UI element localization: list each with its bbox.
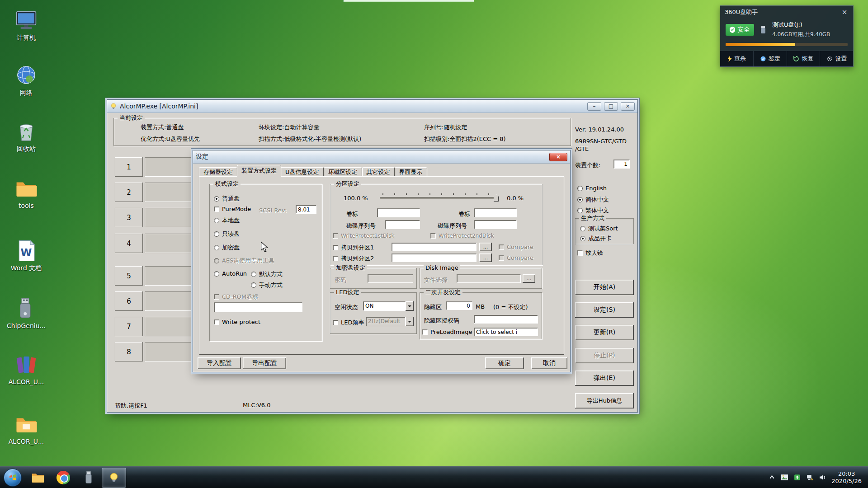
scsi-rev-field[interactable]: 8.01	[296, 205, 316, 214]
dialog-close-button[interactable]: ×	[549, 153, 567, 161]
cdrom-volume-field[interactable]	[214, 302, 302, 312]
tray-photo-icon[interactable]	[781, 474, 788, 481]
taskbar-chrome-button[interactable]	[51, 468, 75, 488]
production-option-finished[interactable]: 成品开卡	[580, 235, 612, 243]
desktop-icon-alcor-rar[interactable]: ALCOR_U...	[4, 352, 49, 386]
desktop-icon-alcor-folder[interactable]: ALCOR_U...	[4, 412, 49, 446]
led-frequency-checkbox[interactable]	[333, 320, 338, 325]
autorun-default-option[interactable]: 默认方式	[251, 270, 283, 278]
copy-partition1-checkbox[interactable]	[333, 245, 338, 250]
minimize-button[interactable]: –	[587, 102, 601, 111]
slider-thumb[interactable]	[494, 194, 499, 202]
mode-option-encrypted[interactable]: 加密盘	[214, 244, 240, 252]
puremode-checkbox[interactable]	[214, 206, 219, 212]
import-config-button[interactable]: 导入配置	[198, 357, 241, 369]
language-option-english[interactable]: English	[577, 185, 607, 192]
browse-image-button[interactable]: ...	[523, 274, 535, 283]
partition-slider[interactable]	[380, 192, 499, 202]
radio-autorun-manual[interactable]	[251, 282, 256, 288]
start-button[interactable]	[4, 469, 22, 487]
radio-english[interactable]	[577, 186, 583, 191]
browse-partition1-button[interactable]: ...	[479, 243, 492, 251]
taskbar-alcormp-button[interactable]	[102, 468, 126, 488]
copy-partition2-checkbox[interactable]	[333, 256, 338, 261]
disk-serial-field-1[interactable]	[385, 220, 420, 229]
tray-volume-icon[interactable]	[819, 474, 826, 481]
export-config-button[interactable]: 导出配置	[243, 357, 286, 369]
copy-partition2-path-field[interactable]	[392, 253, 476, 262]
mode-option-puremode[interactable]: PureMode	[214, 206, 251, 212]
radio-local-disk[interactable]	[214, 218, 219, 223]
write-protect-checkbox[interactable]	[214, 319, 219, 325]
mode-option-local[interactable]: 本地盘	[214, 216, 240, 225]
autorun-manual-option[interactable]: 手动方式	[251, 281, 283, 289]
production-option-sort[interactable]: 测试架Sort	[580, 225, 618, 233]
copy-to-partition1-option[interactable]: 拷贝到分区1	[333, 244, 374, 252]
close-button[interactable]: ×	[621, 102, 635, 111]
tray-usb-eject-icon[interactable]	[793, 474, 801, 481]
eject-button[interactable]: 弹出(E)	[575, 371, 634, 386]
desktop-icon-computer[interactable]: 计算机	[4, 8, 49, 42]
taskbar-usb-tool-button[interactable]	[76, 468, 101, 488]
radio-autorun[interactable]	[214, 271, 219, 277]
radio-finished-card[interactable]	[580, 236, 585, 241]
start-button[interactable]: 开始(A)	[575, 280, 634, 295]
radio-encrypted-disk[interactable]	[214, 245, 219, 250]
tab-other-settings[interactable]: 其它设定	[362, 167, 395, 177]
identify-button[interactable]: 鉴定	[754, 51, 787, 66]
dialog-titlebar[interactable]: 设定 ×	[193, 150, 570, 164]
preload-image-option[interactable]: PreLoadImage	[422, 328, 472, 335]
desktop-icon-tools[interactable]: tools	[4, 176, 49, 210]
main-window-titlebar[interactable]: AlcorMP.exe [AlcorMP.ini] – □ ×	[107, 100, 637, 113]
radio-autorun-default[interactable]	[251, 272, 256, 277]
desktop-icon-word-doc[interactable]: W Word 文档	[4, 239, 49, 272]
hidden-window-edge[interactable]	[343, 0, 474, 2]
volume-field-1[interactable]	[377, 208, 420, 217]
mode-option-autorun[interactable]: AutoRun	[214, 270, 247, 277]
tab-device-mode-settings[interactable]: 装置方式设定	[237, 165, 281, 177]
export-hub-button[interactable]: 导出Hub信息	[575, 393, 634, 408]
hidden-area-field[interactable]: 0	[446, 301, 472, 310]
language-option-simplified[interactable]: 简体中文	[577, 196, 609, 204]
preload-image-field[interactable]: Click to select i	[474, 328, 538, 336]
desktop-icon-chipgenius[interactable]: ChipGeniu...	[4, 296, 49, 330]
settings-gear-button[interactable]: 设置	[820, 51, 853, 66]
volume-field-2[interactable]	[474, 208, 517, 217]
copy-partition1-path-field[interactable]	[392, 243, 476, 251]
radio-normal-disk[interactable]	[214, 196, 219, 202]
tab-storage-settings[interactable]: 存储器设定	[199, 167, 237, 177]
radio-traditional-chinese[interactable]	[577, 208, 583, 213]
ok-button[interactable]: 确定	[485, 357, 524, 369]
led-frequency-option[interactable]: LED频率	[333, 319, 364, 327]
preload-image-checkbox[interactable]	[422, 329, 428, 335]
browse-partition2-button[interactable]: ...	[479, 253, 492, 262]
device-count-field[interactable]: 1	[613, 160, 630, 169]
language-option-traditional[interactable]: 繁体中文	[577, 206, 609, 215]
tray-network-icon[interactable]	[806, 474, 814, 481]
tab-ui-display[interactable]: 界面显示	[395, 167, 427, 177]
radio-test-sort[interactable]	[580, 226, 585, 231]
hidden-icons-arrow[interactable]	[768, 474, 776, 481]
usb-assistant-close-icon[interactable]: ×	[840, 8, 849, 16]
disk-serial-field-2[interactable]	[474, 220, 517, 229]
scan-button[interactable]: 查杀	[720, 51, 754, 66]
settings-button[interactable]: 设定(S)	[575, 302, 634, 318]
restore-button[interactable]: 恢复	[787, 51, 821, 66]
maximize-button[interactable]: □	[604, 102, 618, 111]
radio-simplified-chinese[interactable]	[577, 197, 583, 202]
idle-state-dropdown[interactable]: ON	[363, 301, 414, 311]
taskbar-clock[interactable]: 20:03 2020/5/26	[831, 470, 862, 485]
radio-readonly-disk[interactable]	[214, 231, 219, 237]
tab-bad-sector-settings[interactable]: 坏磁区设定	[324, 167, 362, 177]
tab-usb-info-settings[interactable]: U盘信息设定	[281, 167, 324, 177]
copy-to-partition2-option[interactable]: 拷贝到分区2	[333, 254, 374, 263]
taskbar-explorer-button[interactable]	[26, 468, 50, 488]
magnifier-checkbox[interactable]	[577, 250, 583, 256]
magnifier-option[interactable]: 放大镜	[577, 249, 603, 257]
cancel-button[interactable]: 取消	[531, 357, 567, 369]
desktop-icon-recycle-bin[interactable]: 回收站	[4, 119, 49, 153]
mode-option-normal[interactable]: 普通盘	[214, 195, 240, 203]
hidden-auth-field[interactable]	[474, 315, 538, 324]
write-protect-option[interactable]: Write protect	[214, 319, 260, 325]
desktop-icon-network[interactable]: 网络	[4, 63, 49, 97]
